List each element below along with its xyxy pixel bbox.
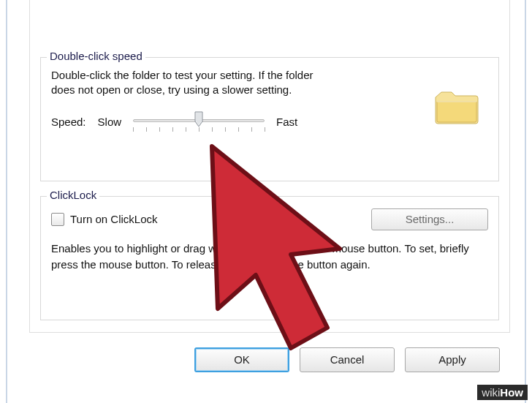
group-legend-speed: Double-click speed	[47, 50, 145, 62]
double-click-speed-group: Double-click speed Double-click the fold…	[40, 57, 499, 181]
checkbox-label: Turn on ClickLock	[70, 212, 158, 227]
turn-on-clicklock-checkbox[interactable]: Turn on ClickLock	[51, 212, 158, 227]
checkbox-box	[51, 213, 64, 226]
watermark-prefix: wiki	[482, 386, 500, 399]
clicklock-description: Enables you to highlight or drag without…	[51, 241, 488, 273]
ok-button[interactable]: OK	[194, 347, 289, 372]
slider-ticks	[133, 127, 265, 132]
speed-fast-label: Fast	[276, 115, 297, 129]
watermark-suffix: How	[500, 386, 523, 399]
mouse-properties-panel: Double-click speed Double-click the fold…	[29, 0, 510, 333]
wikihow-watermark: wikiHow	[477, 385, 528, 400]
slider-thumb-icon[interactable]	[194, 111, 203, 127]
folder-icon[interactable]	[433, 88, 481, 129]
speed-help-text: Double-click the folder to test your set…	[51, 65, 336, 98]
clicklock-group: ClickLock Turn on ClickLock Settings... …	[40, 196, 499, 320]
clicklock-settings-button[interactable]: Settings...	[371, 208, 488, 230]
cancel-button[interactable]: Cancel	[300, 347, 395, 372]
speed-label: Speed:	[51, 115, 86, 129]
apply-button[interactable]: Apply	[405, 347, 500, 372]
speed-slow-label: Slow	[98, 115, 122, 129]
dialog-button-row: OK Cancel Apply	[29, 344, 510, 376]
group-legend-clicklock: ClickLock	[47, 189, 99, 201]
double-click-speed-slider[interactable]	[133, 113, 265, 133]
